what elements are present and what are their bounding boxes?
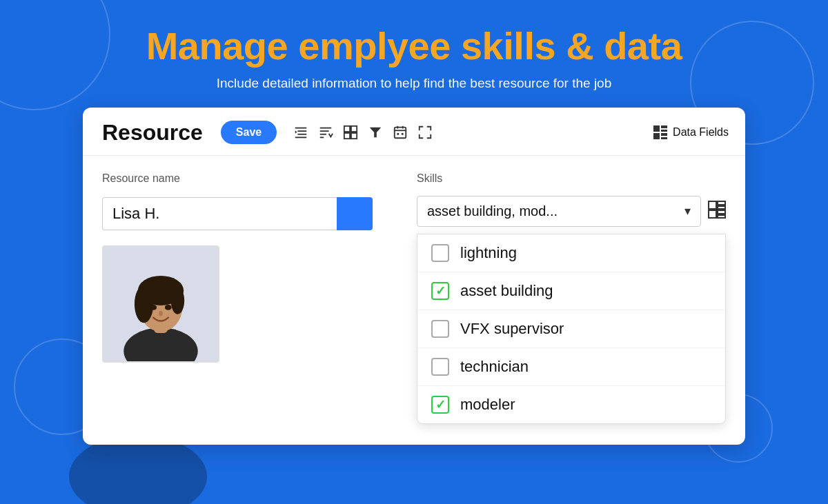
svg-rect-8 <box>320 137 324 139</box>
skill-label-technician: technician <box>460 358 529 376</box>
resource-name-row <box>102 197 392 230</box>
skills-label: Skills <box>417 172 726 185</box>
skill-label-modeler: modeler <box>460 396 515 414</box>
card-body: Resource name <box>83 156 745 424</box>
card-title: Resource <box>102 120 203 145</box>
checkmark-icon-modeler: ✓ <box>435 397 446 412</box>
svg-rect-21 <box>661 125 667 128</box>
skill-item-modeler[interactable]: ✓ modeler <box>417 386 725 423</box>
svg-rect-10 <box>351 126 357 132</box>
svg-rect-18 <box>397 133 400 135</box>
sort-icon[interactable] <box>318 125 333 140</box>
filter-icon[interactable] <box>368 125 383 140</box>
skill-label-lightning: lightning <box>460 244 517 262</box>
svg-rect-22 <box>661 130 667 132</box>
data-fields-icon <box>652 124 669 141</box>
resource-name-label: Resource name <box>102 172 392 185</box>
page-subtitle: Include detailed information to help fin… <box>217 76 611 91</box>
svg-rect-20 <box>653 125 660 132</box>
svg-marker-4 <box>295 130 297 134</box>
svg-rect-12 <box>351 133 357 139</box>
main-card: Resource Save <box>83 108 745 445</box>
page-container: Manage emplyee skills & data Include det… <box>0 0 828 445</box>
svg-rect-42 <box>718 215 725 218</box>
skill-checkbox-vfx-supervisor[interactable] <box>431 320 449 338</box>
skill-item-technician[interactable]: technician <box>417 348 725 386</box>
skills-dropdown-text: asset building, mod... <box>427 203 684 219</box>
svg-rect-41 <box>718 210 725 214</box>
skill-label-vfx-supervisor: VFX supervisor <box>460 320 564 338</box>
skill-item-vfx-supervisor[interactable]: VFX supervisor <box>417 310 725 348</box>
svg-rect-0 <box>295 128 307 129</box>
left-panel: Resource name <box>102 172 392 424</box>
skill-checkbox-technician[interactable] <box>431 358 449 376</box>
table-icon[interactable] <box>343 125 358 140</box>
data-fields-button[interactable]: Data Fields <box>652 124 729 141</box>
svg-rect-7 <box>320 134 326 135</box>
resource-name-input[interactable] <box>102 197 337 230</box>
svg-rect-38 <box>718 201 725 205</box>
svg-rect-39 <box>718 206 725 209</box>
svg-rect-11 <box>344 133 350 139</box>
svg-rect-19 <box>402 133 404 135</box>
page-title: Manage emplyee skills & data <box>146 25 682 68</box>
checkmark-icon: ✓ <box>435 283 446 299</box>
svg-rect-6 <box>320 130 329 132</box>
svg-rect-40 <box>709 210 716 218</box>
calendar-icon[interactable] <box>393 125 408 140</box>
skill-checkbox-modeler[interactable]: ✓ <box>431 396 449 414</box>
skill-label-asset-building: asset building <box>460 282 553 300</box>
svg-point-33 <box>171 287 185 314</box>
list-grid-icon <box>708 201 726 219</box>
card-header: Resource Save <box>83 108 745 156</box>
svg-rect-25 <box>661 137 667 139</box>
save-button[interactable]: Save <box>221 121 277 144</box>
skill-item-asset-building[interactable]: ✓ asset building <box>417 272 725 310</box>
dropdown-arrow-icon: ▾ <box>684 203 691 219</box>
bg-ellipse <box>69 435 207 504</box>
svg-rect-1 <box>298 130 307 132</box>
resource-photo <box>102 245 219 363</box>
skills-list-view-button[interactable] <box>708 201 726 222</box>
svg-rect-9 <box>344 126 350 132</box>
svg-rect-14 <box>395 128 406 139</box>
svg-rect-5 <box>320 128 332 129</box>
right-panel: Skills asset building, mod... ▾ <box>417 172 726 424</box>
person-photo-svg <box>103 247 218 361</box>
skill-checkbox-lightning[interactable] <box>431 244 449 262</box>
skills-dropdown[interactable]: asset building, mod... ▾ <box>417 196 701 227</box>
skills-dropdown-list: lightning ✓ asset building VFX superviso… <box>417 234 726 424</box>
svg-point-35 <box>165 305 172 310</box>
svg-rect-24 <box>661 133 667 136</box>
skills-header-row: asset building, mod... ▾ <box>417 196 726 227</box>
toolbar-icons: Data Fields <box>293 124 729 141</box>
indent-icon[interactable] <box>293 125 308 140</box>
svg-rect-2 <box>298 134 307 135</box>
svg-point-36 <box>159 310 163 316</box>
skill-checkbox-asset-building[interactable]: ✓ <box>431 282 449 300</box>
svg-marker-13 <box>370 128 382 138</box>
svg-rect-3 <box>295 137 307 139</box>
svg-rect-37 <box>709 201 716 209</box>
svg-point-34 <box>150 305 157 310</box>
data-fields-label: Data Fields <box>673 126 729 139</box>
svg-rect-23 <box>653 133 660 139</box>
svg-point-32 <box>135 285 153 323</box>
skill-item-lightning[interactable]: lightning <box>417 234 725 272</box>
resource-name-action-button[interactable] <box>337 197 373 230</box>
expand-icon[interactable] <box>417 125 433 140</box>
